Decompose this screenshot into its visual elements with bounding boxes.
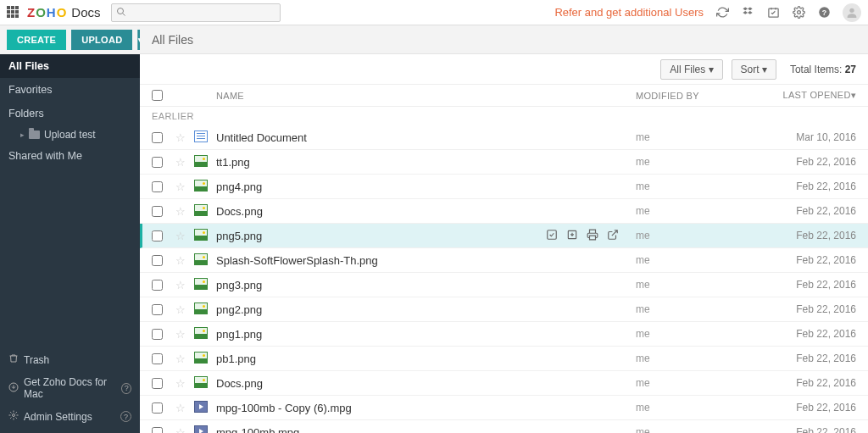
star-icon[interactable]: ☆ — [175, 180, 186, 193]
star-icon[interactable]: ☆ — [175, 377, 186, 390]
sidebar-get-mac[interactable]: Get Zoho Docs for Mac ? — [0, 371, 140, 405]
table-row[interactable]: ☆mpg-100mb - Copy (6).mpgmeFeb 22, 2016 — [140, 396, 868, 420]
star-icon[interactable]: ☆ — [175, 279, 186, 291]
table-row[interactable]: ☆png5.pngmeFeb 22, 2016 — [140, 224, 868, 248]
last-opened-date: Feb 22, 2016 — [763, 180, 856, 192]
folder-label: Upload test — [44, 129, 96, 141]
refer-link[interactable]: Refer and get additional Users — [554, 6, 704, 19]
create-button[interactable]: CREATE — [7, 30, 66, 50]
settings-icon[interactable] — [792, 6, 805, 19]
star-icon[interactable]: ☆ — [175, 303, 186, 316]
help-icon[interactable]: ? — [817, 6, 831, 19]
table-row[interactable]: ☆png2.pngmeFeb 22, 2016 — [140, 297, 868, 322]
star-icon[interactable]: ☆ — [175, 205, 186, 218]
apps-grid-icon[interactable] — [7, 6, 20, 19]
file-name[interactable]: mpg-100mb.mpg — [216, 426, 299, 434]
sidebar-item-all-files[interactable]: All Files — [0, 54, 140, 78]
row-checkbox[interactable] — [152, 230, 163, 241]
svg-point-8 — [13, 414, 15, 417]
file-type-icon — [194, 401, 208, 413]
modified-by: me — [636, 279, 763, 291]
file-name[interactable]: Untitled Document — [216, 131, 307, 144]
sidebar-admin-settings[interactable]: Admin Settings ? — [0, 405, 140, 428]
file-name[interactable]: Docs.png — [216, 205, 263, 218]
file-name[interactable]: mpg-100mb - Copy (6).mpg — [216, 402, 352, 414]
file-name[interactable]: png1.png — [216, 328, 262, 341]
print-icon[interactable] — [587, 229, 598, 243]
page-title: All Files — [140, 25, 868, 54]
file-type-icon — [194, 376, 208, 388]
row-checkbox[interactable] — [152, 427, 163, 434]
star-icon[interactable]: ☆ — [175, 328, 186, 341]
row-checkbox[interactable] — [152, 304, 163, 315]
folder-icon — [29, 130, 40, 139]
file-name[interactable]: Docs.png — [216, 377, 263, 390]
sidebar-item-shared[interactable]: Shared with Me — [0, 144, 140, 168]
star-icon[interactable]: ☆ — [175, 353, 186, 365]
table-row[interactable]: ☆pb1.pngmeFeb 22, 2016 — [140, 347, 868, 371]
star-icon[interactable]: ☆ — [175, 254, 186, 267]
last-opened-date: Feb 22, 2016 — [763, 426, 856, 433]
filter-dropdown[interactable]: All Files ▾ — [660, 59, 722, 80]
table-row[interactable]: ☆png4.pngmeFeb 22, 2016 — [140, 175, 868, 199]
star-icon[interactable]: ☆ — [175, 426, 186, 434]
column-name[interactable]: NAME — [216, 91, 636, 101]
caret-down-icon: ▾ — [762, 64, 767, 75]
table-row[interactable]: ☆Untitled DocumentmeMar 10, 2016 — [140, 125, 868, 150]
upload-button[interactable]: UPLOAD — [71, 30, 132, 50]
file-name[interactable]: tt1.png — [216, 156, 250, 169]
file-name[interactable]: pb1.png — [216, 353, 256, 365]
table-row[interactable]: ☆png1.pngmeFeb 22, 2016 — [140, 322, 868, 347]
file-type-icon — [194, 130, 208, 142]
file-name[interactable]: png2.png — [216, 303, 262, 316]
download-icon[interactable] — [566, 229, 578, 243]
open-external-icon[interactable] — [607, 229, 619, 243]
star-icon[interactable]: ☆ — [175, 131, 186, 144]
modified-by: me — [636, 353, 763, 364]
row-checkbox[interactable] — [152, 157, 163, 168]
tasks-icon[interactable] — [766, 6, 780, 19]
dropbox-icon[interactable] — [741, 6, 754, 19]
sidebar-folder-upload-test[interactable]: ▸ Upload test — [0, 125, 140, 144]
share-icon[interactable] — [546, 229, 558, 243]
row-checkbox[interactable] — [152, 378, 163, 389]
svg-text:?: ? — [821, 8, 826, 17]
table-row[interactable]: ☆Docs.pngmeFeb 22, 2016 — [140, 199, 868, 224]
modified-by: me — [636, 180, 763, 192]
table-row[interactable]: ☆Splash-SoftFlowerSplash-Th.pngmeFeb 22,… — [140, 248, 868, 273]
row-checkbox[interactable] — [152, 280, 163, 291]
sidebar-item-favorites[interactable]: Favorites — [0, 78, 140, 102]
row-checkbox[interactable] — [152, 402, 163, 414]
sidebar-trash[interactable]: Trash — [0, 348, 140, 371]
file-name[interactable]: png4.png — [216, 180, 262, 193]
star-icon[interactable]: ☆ — [175, 402, 186, 414]
modified-by: me — [636, 402, 763, 414]
sort-dropdown[interactable]: Sort ▾ — [732, 59, 776, 80]
file-name[interactable]: Splash-SoftFlowerSplash-Th.png — [216, 254, 378, 267]
search-input[interactable] — [111, 3, 281, 22]
table-row[interactable]: ☆mpg-100mb.mpgmeFeb 22, 2016 — [140, 420, 868, 433]
row-checkbox[interactable] — [152, 132, 163, 143]
file-name[interactable]: png5.png — [216, 230, 262, 242]
row-checkbox[interactable] — [152, 181, 163, 192]
gear-icon — [8, 410, 19, 423]
table-row[interactable]: ☆png3.pngmeFeb 22, 2016 — [140, 273, 868, 297]
last-opened-date: Feb 22, 2016 — [763, 254, 856, 266]
star-icon[interactable]: ☆ — [175, 156, 186, 169]
select-all-checkbox[interactable] — [152, 90, 163, 101]
sync-icon[interactable] — [715, 6, 729, 19]
sidebar-item-folders[interactable]: Folders — [0, 102, 140, 125]
table-row[interactable]: ☆Docs.pngmeFeb 22, 2016 — [140, 371, 868, 396]
file-name[interactable]: png3.png — [216, 279, 262, 291]
star-icon[interactable]: ☆ — [175, 230, 186, 242]
table-row[interactable]: ☆tt1.pngmeFeb 22, 2016 — [140, 150, 868, 175]
column-last-opened[interactable]: LAST OPENED▾ — [763, 90, 856, 101]
column-modified-by[interactable]: MODIFIED BY — [636, 91, 763, 101]
user-avatar[interactable] — [843, 3, 861, 22]
help-badge-icon[interactable]: ? — [120, 411, 131, 422]
row-checkbox[interactable] — [152, 206, 163, 217]
help-badge-icon[interactable]: ? — [121, 383, 131, 394]
row-checkbox[interactable] — [152, 255, 163, 266]
row-checkbox[interactable] — [152, 329, 163, 340]
row-checkbox[interactable] — [152, 353, 163, 364]
